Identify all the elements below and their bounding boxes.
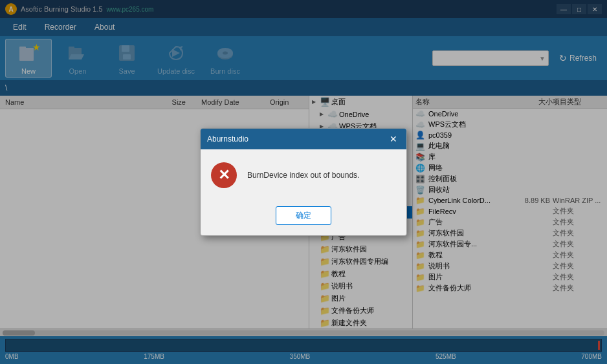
- modal-title-bar: Aburnstudio ✕: [201, 129, 406, 149]
- modal-overlay: Aburnstudio ✕ ✕ BurnDevice index out of …: [0, 0, 607, 364]
- modal-error-icon: ✕: [211, 162, 237, 188]
- modal-dialog: Aburnstudio ✕ ✕ BurnDevice index out of …: [200, 128, 407, 236]
- modal-close-button[interactable]: ✕: [387, 133, 400, 145]
- modal-body: ✕ BurnDevice index out of bounds.: [201, 149, 406, 201]
- modal-title: Aburnstudio: [207, 134, 248, 144]
- modal-message: BurnDevice index out of bounds.: [247, 171, 359, 180]
- modal-ok-button[interactable]: 确定: [276, 206, 331, 225]
- modal-footer: 确定: [201, 201, 406, 235]
